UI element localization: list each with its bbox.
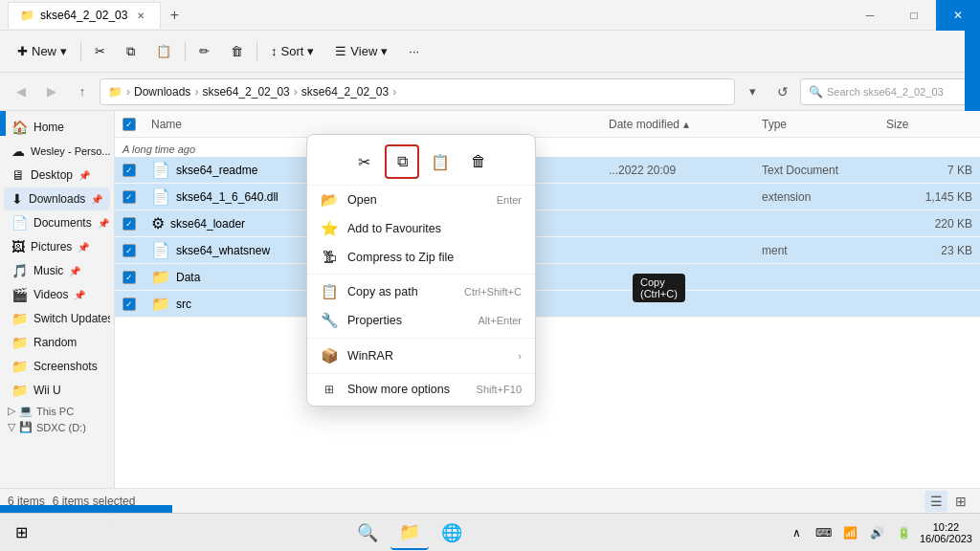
sidebar-item-pictures[interactable]: 🖼 Pictures 📌 xyxy=(4,235,110,258)
ctx-winrar-item[interactable]: 📦 WinRAR › xyxy=(307,342,535,370)
sdxc-section-header[interactable]: ▽ 💾 SDXC (D:) xyxy=(0,419,114,435)
start-icon: ⊞ xyxy=(15,523,28,541)
clipboard-row: ✂ ⧉ 📋 🗑 xyxy=(307,139,535,186)
ctx-cut-button[interactable]: ✂ xyxy=(346,144,381,179)
up-button[interactable]: ↑ xyxy=(69,78,96,105)
column-size[interactable]: Size xyxy=(886,118,972,131)
back-button[interactable]: ◀ xyxy=(8,78,34,105)
view-icon: ☰ xyxy=(335,44,346,58)
sidebar-label-music: Music xyxy=(33,264,63,277)
table-row[interactable]: ✓ 📁 src xyxy=(115,291,980,318)
ctx-copy-button[interactable]: ⧉ xyxy=(385,144,419,179)
start-button[interactable]: ⊞ xyxy=(8,519,34,546)
ctx-more-options-item[interactable]: ⊞ Show more options Shift+F10 xyxy=(307,377,535,402)
new-button[interactable]: ✚ New ▾ xyxy=(8,36,77,67)
context-menu: Copy (Ctrl+C) ✂ ⧉ 📋 🗑 📂 Open Enter ⭐ Add… xyxy=(306,134,536,407)
tab-skse64[interactable]: 📁 skse64_2_02_03 ✕ xyxy=(8,2,161,29)
explorer-app-icon: 📁 xyxy=(399,521,420,542)
taskbar-explorer-button[interactable]: 📁 xyxy=(390,516,429,550)
new-icon: ✚ xyxy=(17,44,28,58)
tab-close-button[interactable]: ✕ xyxy=(133,8,148,23)
more-button[interactable]: ··· xyxy=(399,36,429,67)
ctx-delete-button[interactable]: 🗑 xyxy=(461,144,496,179)
grid-view-button[interactable]: ⊞ xyxy=(949,491,972,512)
tray-keyboard-button[interactable]: ⌨ xyxy=(813,519,835,546)
sdxc-icon: 💾 xyxy=(19,421,33,433)
table-row[interactable]: ✓ 📄 skse64_1_6_640.dll extension 1,145 K… xyxy=(115,184,980,210)
search-box[interactable]: 🔍 Search skse64_2_02_03 xyxy=(800,78,972,105)
file-type-0: Text Document xyxy=(762,164,886,177)
row-checkbox-5[interactable]: ✓ xyxy=(122,298,136,311)
volume-icon: 🔊 xyxy=(870,526,884,540)
table-row[interactable]: ✓ 📄 skse64_whatsnew ment 23 KB xyxy=(115,237,980,264)
new-tab-button[interactable]: + xyxy=(161,2,188,29)
paste-button[interactable]: 📋 xyxy=(146,36,181,67)
column-type[interactable]: Type xyxy=(762,118,886,131)
ctx-compress-item[interactable]: 🗜 Compress to Zip file xyxy=(307,243,535,271)
sidebar-label-pictures: Pictures xyxy=(31,240,72,253)
sort-button[interactable]: ↕ Sort ▾ xyxy=(261,36,323,67)
delete-button[interactable]: 🗑 xyxy=(221,36,253,67)
row-checkbox-4[interactable]: ✓ xyxy=(122,271,136,284)
ctx-paste-button[interactable]: 📋 xyxy=(423,144,457,179)
ctx-copy-path-item[interactable]: 📋 Copy as path Ctrl+Shift+C xyxy=(307,277,535,306)
sidebar-item-music[interactable]: 🎵 Music 📌 xyxy=(4,259,110,282)
list-view-button[interactable]: ☰ xyxy=(924,491,947,512)
rename-icon: ✏ xyxy=(199,44,210,58)
thispc-section-header[interactable]: ▷ 💻 This PC xyxy=(0,403,114,419)
sidebar-item-switch-updates[interactable]: 📁 Switch Updates xyxy=(4,307,110,330)
tray-chevron-button[interactable]: ∧ xyxy=(786,519,809,546)
ctx-properties-item[interactable]: 🔧 Properties Alt+Enter xyxy=(307,306,535,335)
tray-network-button[interactable]: 📶 xyxy=(839,519,862,546)
table-row[interactable]: ✓ ⚙ skse64_loader 220 KB xyxy=(115,210,980,237)
file-size-2: 220 KB xyxy=(886,217,972,231)
sidebar-item-desktop[interactable]: 🖥 Desktop 📌 xyxy=(4,164,110,187)
cut-button[interactable]: ✂ xyxy=(85,36,115,67)
refresh-button[interactable]: ↺ xyxy=(769,78,796,105)
table-row[interactable]: ✓ 📁 Data xyxy=(115,264,980,291)
clock[interactable]: 10:22 16/06/2023 xyxy=(920,521,972,544)
minimize-button[interactable]: ─ xyxy=(848,0,892,31)
file-icon-5: 📁 xyxy=(151,295,170,313)
sort-icon: ↕ xyxy=(271,44,278,58)
row-checkbox-0[interactable]: ✓ xyxy=(122,164,136,177)
addressbar: ◀ ▶ ↑ 📁 › Downloads › skse64_2_02_03 › s… xyxy=(0,73,980,111)
copy-button[interactable]: ⧉ xyxy=(117,36,145,67)
rename-button[interactable]: ✏ xyxy=(189,36,219,67)
row-checkbox-2[interactable]: ✓ xyxy=(122,217,136,231)
address-path[interactable]: 📁 › Downloads › skse64_2_02_03 › skse64_… xyxy=(100,78,735,105)
file-name-0: skse64_readme xyxy=(176,164,257,177)
sidebar-item-videos[interactable]: 🎬 Videos 📌 xyxy=(4,283,110,306)
clock-time: 10:22 xyxy=(933,521,960,533)
row-checkbox-3[interactable]: ✓ xyxy=(122,244,136,257)
ctx-cut-icon: ✂ xyxy=(358,153,370,171)
path-skse64-2[interactable]: skse64_2_02_03 xyxy=(301,85,389,99)
sidebar-item-wesley[interactable]: ☁ Wesley - Perso... xyxy=(4,140,110,163)
sidebar-item-wiiu[interactable]: 📁 Wii U xyxy=(4,379,110,402)
ctx-copy-path-shortcut: Ctrl+Shift+C xyxy=(464,286,522,298)
sidebar-item-screenshots[interactable]: 📁 Screenshots xyxy=(4,355,110,378)
view-button[interactable]: ☰ View ▾ xyxy=(325,36,397,67)
column-name[interactable]: Name xyxy=(151,118,609,131)
keyboard-icon: ⌨ xyxy=(815,526,832,540)
path-dropdown-button[interactable]: ▾ xyxy=(739,78,766,105)
ctx-add-favourites-item[interactable]: ⭐ Add to Favourites xyxy=(307,214,535,243)
tray-volume-button[interactable]: 🔊 xyxy=(866,519,889,546)
sidebar-item-home[interactable]: 🏠 Home xyxy=(4,116,110,139)
sidebar-item-random[interactable]: 📁 Random xyxy=(4,331,110,354)
path-downloads[interactable]: Downloads xyxy=(134,85,190,99)
select-all-checkbox[interactable]: ✓ xyxy=(122,118,136,131)
ctx-properties-shortcut: Alt+Enter xyxy=(478,315,522,326)
ctx-separator-1 xyxy=(307,274,535,275)
maximize-button[interactable]: □ xyxy=(892,0,936,31)
row-checkbox-1[interactable]: ✓ xyxy=(122,190,136,204)
forward-button[interactable]: ▶ xyxy=(38,78,65,105)
sidebar-item-downloads[interactable]: ⬇ Downloads 📌 xyxy=(4,187,110,210)
taskbar-search-button[interactable]: 🔍 xyxy=(348,516,387,550)
path-skse64-1[interactable]: skse64_2_02_03 xyxy=(202,85,289,99)
table-row[interactable]: ✓ 📄 skse64_readme ...2022 20:09 Text Doc… xyxy=(115,157,980,184)
taskbar-chrome-button[interactable]: 🌐 xyxy=(433,516,471,550)
sidebar-item-documents[interactable]: 📄 Documents 📌 xyxy=(4,211,110,234)
tray-battery-button[interactable]: 🔋 xyxy=(893,519,916,546)
ctx-open-item[interactable]: 📂 Open Enter xyxy=(307,186,535,214)
